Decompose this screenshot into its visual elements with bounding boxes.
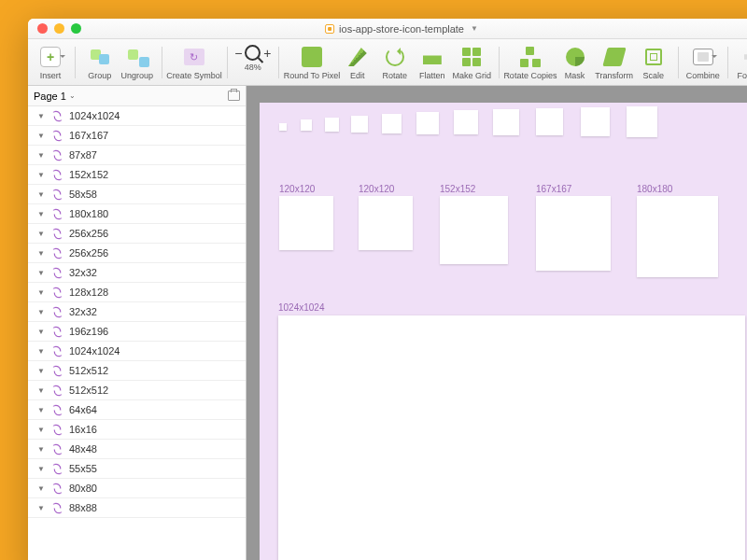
artboard-thumb[interactable] (325, 118, 339, 132)
page-selector[interactable]: Page 1 ⌄ (28, 86, 246, 106)
layer-row[interactable]: ▼1024x1024 (28, 106, 246, 126)
layer-row[interactable]: ▼64x64 (28, 400, 246, 420)
layer-row[interactable]: ▼128x128 (28, 283, 246, 302)
artboard-label[interactable]: 1024x1024 (278, 302, 325, 313)
artboard-thumb[interactable] (440, 196, 508, 264)
symbol-instance-icon (50, 305, 63, 318)
transform-button[interactable]: Transform (596, 43, 633, 82)
layer-row[interactable]: ▼512x512 (28, 361, 246, 381)
artboard-label[interactable]: 152x152 (440, 184, 475, 194)
disclosure-triangle-icon[interactable]: ▼ (37, 308, 45, 316)
rotate-button[interactable]: Rotate (378, 43, 412, 82)
layer-row[interactable]: ▼55x55 (28, 459, 246, 479)
minimize-icon[interactable] (54, 23, 64, 34)
artboard-1024[interactable] (278, 315, 745, 560)
disclosure-triangle-icon[interactable]: ▼ (37, 269, 45, 277)
disclosure-triangle-icon[interactable]: ▼ (37, 484, 45, 493)
layer-row[interactable]: ▼58x58 (28, 185, 246, 204)
edit-button[interactable]: Edit (341, 43, 374, 82)
zoom-in-button[interactable]: + (263, 46, 271, 61)
artboard-thumb[interactable] (637, 196, 718, 277)
document-title[interactable]: ios-app-store-icon-template ▼ (325, 23, 478, 35)
disclosure-triangle-icon[interactable]: ▼ (37, 386, 45, 395)
zoom-out-button[interactable]: − (234, 46, 242, 61)
layer-row[interactable]: ▼48x48 (28, 440, 246, 459)
disclosure-triangle-icon[interactable]: ▼ (37, 132, 45, 140)
artboard-thumb[interactable] (416, 112, 439, 134)
artboard-thumb[interactable] (279, 123, 287, 131)
disclosure-triangle-icon[interactable]: ▼ (37, 445, 45, 454)
zoom-control[interactable]: − + 48% (234, 43, 271, 74)
layer-row[interactable]: ▼180x180 (28, 204, 246, 224)
disclosure-triangle-icon[interactable]: ▼ (37, 367, 45, 375)
layer-row[interactable]: ▼1024x1024 (28, 342, 246, 361)
plus-icon: + (40, 47, 61, 67)
disclosure-triangle-icon[interactable]: ▼ (37, 210, 45, 218)
forward-button[interactable]: Forward (736, 43, 747, 82)
artboard-thumb[interactable] (627, 106, 657, 137)
layer-row[interactable]: ▼256x256 (28, 224, 246, 244)
layer-row[interactable]: ▼32x32 (28, 263, 246, 283)
symbol-instance-icon (50, 207, 63, 220)
disclosure-triangle-icon[interactable]: ▼ (37, 288, 45, 297)
layer-row[interactable]: ▼167x167 (28, 126, 246, 146)
layer-row[interactable]: ▼256x256 (28, 244, 246, 263)
ungroup-button[interactable]: Ungroup (120, 43, 154, 82)
flatten-button[interactable]: Flatten (416, 43, 449, 82)
titlebar[interactable]: ios-app-store-icon-template ▼ (28, 19, 747, 39)
disclosure-triangle-icon[interactable]: ▼ (37, 249, 45, 258)
layers-sidebar: Page 1 ⌄ ▼1024x1024▼167x167▼87x87▼152x15… (28, 86, 247, 560)
artboard-thumb[interactable] (454, 110, 478, 134)
combine-button[interactable]: Combine (685, 43, 720, 82)
layer-row[interactable]: ▼32x32 (28, 302, 246, 322)
layer-row[interactable]: ▼16x16 (28, 420, 246, 440)
disclosure-triangle-icon[interactable]: ▼ (37, 347, 45, 356)
artboard-thumb[interactable] (359, 196, 413, 250)
artboard-thumb[interactable] (536, 108, 563, 135)
layer-list[interactable]: ▼1024x1024▼167x167▼87x87▼152x152▼58x58▼1… (28, 106, 246, 560)
disclosure-triangle-icon[interactable]: ▼ (37, 190, 45, 199)
canvas[interactable]: 120x120120x120152x152167x167180x180 1024… (247, 86, 747, 560)
layer-row[interactable]: ▼88x88 (28, 498, 246, 518)
artboard-thumb[interactable] (581, 107, 610, 136)
symbol-instance-icon (50, 501, 63, 514)
artboard-thumb[interactable] (493, 109, 519, 135)
layer-row[interactable]: ▼87x87 (28, 146, 246, 165)
disclosure-triangle-icon[interactable]: ▼ (37, 230, 45, 238)
layer-name: 180x180 (69, 208, 108, 219)
layer-row[interactable]: ▼80x80 (28, 479, 246, 498)
group-button[interactable]: Group (83, 43, 117, 82)
disclosure-triangle-icon[interactable]: ▼ (37, 112, 45, 120)
round-to-pixel-button[interactable]: Round To Pixel (287, 43, 337, 82)
artboard-thumb[interactable] (351, 116, 368, 133)
artboard-thumb[interactable] (279, 196, 333, 250)
page-label: Page 1 (34, 91, 66, 102)
artboard-label[interactable]: 120x120 (279, 184, 315, 194)
disclosure-triangle-icon[interactable]: ▼ (37, 504, 45, 512)
artboard-label[interactable]: 180x180 (637, 184, 672, 194)
disclosure-triangle-icon[interactable]: ▼ (37, 406, 45, 414)
zoom-icon[interactable] (71, 23, 81, 34)
close-icon[interactable] (37, 23, 48, 34)
page-list-icon[interactable] (228, 91, 240, 101)
artboard-label[interactable]: 120x120 (359, 184, 394, 194)
create-symbol-button[interactable]: ↻ Create Symbol (169, 43, 218, 82)
artboard-label[interactable]: 167x167 (536, 184, 571, 194)
artboard-thumb[interactable] (382, 114, 402, 133)
artboard-thumb[interactable] (301, 119, 312, 131)
layer-row[interactable]: ▼196z196 (28, 322, 246, 342)
disclosure-triangle-icon[interactable]: ▼ (37, 151, 45, 160)
disclosure-triangle-icon[interactable]: ▼ (37, 328, 45, 336)
layer-name: 196z196 (69, 326, 108, 337)
disclosure-triangle-icon[interactable]: ▼ (37, 426, 45, 434)
insert-button[interactable]: + Insert (34, 43, 67, 82)
disclosure-triangle-icon[interactable]: ▼ (37, 465, 45, 473)
layer-row[interactable]: ▼152x152 (28, 165, 246, 185)
disclosure-triangle-icon[interactable]: ▼ (37, 171, 45, 179)
mask-button[interactable]: Mask (558, 43, 592, 82)
scale-button[interactable]: Scale (637, 43, 670, 82)
make-grid-button[interactable]: Make Grid (453, 43, 491, 82)
artboard-thumb[interactable] (536, 196, 611, 271)
layer-row[interactable]: ▼512x512 (28, 381, 246, 400)
rotate-copies-button[interactable]: Rotate Copies (506, 43, 554, 82)
